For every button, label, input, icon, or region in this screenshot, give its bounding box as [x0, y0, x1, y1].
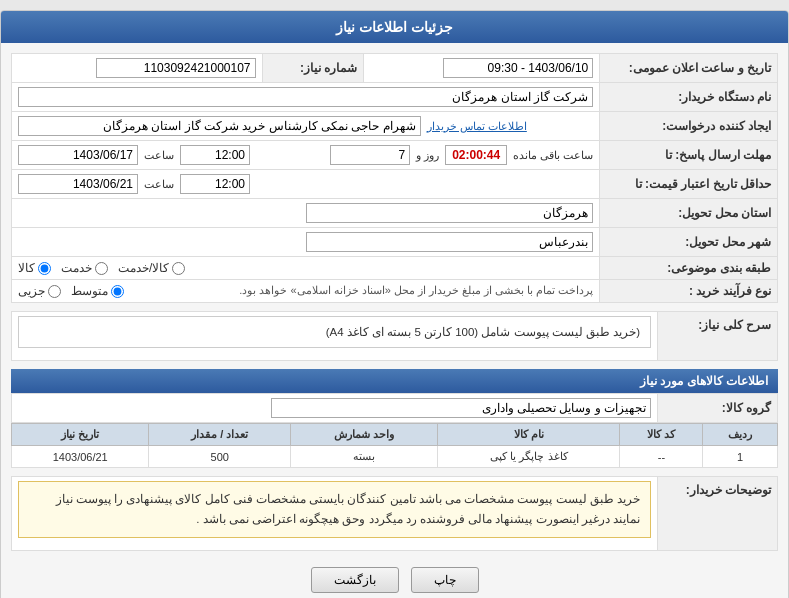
delivery-province-value: [12, 199, 600, 228]
buyer-name-value: [12, 83, 600, 112]
category-kala[interactable]: کالا: [18, 261, 51, 275]
need-number-input[interactable]: [96, 58, 256, 78]
days-input[interactable]: [330, 145, 410, 165]
response-date-input[interactable]: [18, 145, 138, 165]
buyer-name-input[interactable]: [18, 87, 593, 107]
category-radio-khedmat[interactable]: [95, 262, 108, 275]
creator-label: ایجاد کننده درخواست:: [600, 112, 778, 141]
col-item-code: کد کالا: [620, 424, 703, 446]
need-desc-label: سرح کلی نیاز:: [658, 312, 778, 361]
buyer-desc-value: خرید طبق لیست پیوست مشخصات می باشد تامین…: [12, 477, 658, 551]
items-section-header: اطلاعات کالاهای مورد نیاز: [11, 369, 778, 393]
need-number-value: [12, 54, 263, 83]
category-khadamat[interactable]: کالا/خدمت: [118, 261, 185, 275]
category-radio-khadamat[interactable]: [172, 262, 185, 275]
delivery-province-input[interactable]: [306, 203, 594, 223]
buyer-name-label: نام دستگاه خریدار:: [600, 83, 778, 112]
need-number-label: شماره نیاز:: [262, 54, 364, 83]
purchase-type-radio-motawaset[interactable]: [111, 285, 124, 298]
buyer-desc-text: خرید طبق لیست پیوست مشخصات می باشد تامین…: [18, 481, 651, 538]
purchase-type-note: پرداخت تمام با بخشی از مبلغ خریدار از مح…: [239, 284, 593, 297]
timer-remaining-label: ساعت باقی مانده: [513, 149, 593, 162]
announcement-date-label: تاریخ و ساعت اعلان عمومی:: [600, 54, 778, 83]
page-wrapper: جزئیات اطلاعات نیاز تاریخ و ساعت اعلان ع…: [0, 10, 789, 598]
items-table: ردیف کد کالا نام کالا واحد شمارش تعداد /…: [11, 423, 778, 468]
category-khedmat[interactable]: خدمت: [61, 261, 108, 275]
back-button[interactable]: بازگشت: [311, 567, 399, 593]
purchase-type-row: پرداخت تمام با بخشی از مبلغ خریدار از مح…: [12, 280, 600, 303]
goods-group-label: گروه کالا:: [658, 394, 778, 423]
col-quantity: تعداد / مقدار: [149, 424, 291, 446]
purchase-type-jozi[interactable]: جزیی: [18, 284, 61, 298]
page-title: جزئیات اطلاعات نیاز: [1, 11, 788, 43]
purchase-type-motawaset[interactable]: متوسط: [71, 284, 124, 298]
delivery-city-label: شهر محل تحویل:: [600, 228, 778, 257]
print-button[interactable]: چاپ: [411, 567, 479, 593]
price-deadline-label: حداقل تاریخ اعتبار قیمت: تا: [600, 170, 778, 199]
time-label: ساعت: [144, 149, 174, 162]
price-date-input[interactable]: [18, 174, 138, 194]
category-row: کالا/خدمت خدمت کالا: [12, 257, 600, 280]
days-label: روز و: [416, 149, 439, 162]
need-desc-text: (خرید طبق لیست پیوست شامل (100 کارتن 5 ب…: [18, 316, 651, 348]
col-item-name: نام کالا: [438, 424, 620, 446]
response-time-input[interactable]: [180, 145, 250, 165]
content-area: تاریخ و ساعت اعلان عمومی: شماره نیاز: نا…: [1, 43, 788, 598]
price-time-input[interactable]: [180, 174, 250, 194]
delivery-province-label: استان محل تحویل:: [600, 199, 778, 228]
purchase-type-radio-jozi[interactable]: [48, 285, 61, 298]
col-need-date: تاریخ نیاز: [12, 424, 149, 446]
price-deadline-row: ساعت: [12, 170, 600, 199]
buyer-desc-label: توضیحات خریدار:: [658, 477, 778, 551]
purchase-type-label: نوع فرآیند خرید :: [600, 280, 778, 303]
goods-group-input[interactable]: [271, 398, 651, 418]
creator-link[interactable]: اطلاعات تماس خریدار: [427, 120, 527, 133]
need-desc-value: (خرید طبق لیست پیوست شامل (100 کارتن 5 ب…: [12, 312, 658, 361]
price-time-label: ساعت: [144, 178, 174, 191]
info-table: تاریخ و ساعت اعلان عمومی: شماره نیاز: نا…: [11, 53, 778, 303]
col-row-num: ردیف: [703, 424, 778, 446]
category-label: طبقه بندی موضوعی:: [600, 257, 778, 280]
response-deadline-row: ساعت باقی مانده 02:00:44 روز و ساعت: [12, 141, 600, 170]
col-unit: واحد شمارش: [291, 424, 438, 446]
goods-group-value: [12, 394, 658, 423]
response-deadline-label: مهلت ارسال پاسخ: تا: [600, 141, 778, 170]
buttons-row: چاپ بازگشت: [11, 559, 778, 598]
countdown-timer: 02:00:44: [445, 145, 507, 165]
goods-group-table: گروه کالا:: [11, 393, 778, 423]
creator-row: اطلاعات تماس خریدار: [12, 112, 600, 141]
delivery-city-value: [12, 228, 600, 257]
need-desc-table: سرح کلی نیاز: (خرید طبق لیست پیوست شامل …: [11, 311, 778, 361]
category-radio-kala[interactable]: [38, 262, 51, 275]
table-row: 1--کاغذ چاپگر یا کپیبسته5001403/06/21: [12, 446, 778, 468]
announcement-date-input[interactable]: [443, 58, 593, 78]
creator-input[interactable]: [18, 116, 421, 136]
delivery-city-input[interactable]: [306, 232, 594, 252]
announcement-date-value: [364, 54, 600, 83]
buyer-desc-table: توضیحات خریدار: خرید طبق لیست پیوست مشخص…: [11, 476, 778, 551]
